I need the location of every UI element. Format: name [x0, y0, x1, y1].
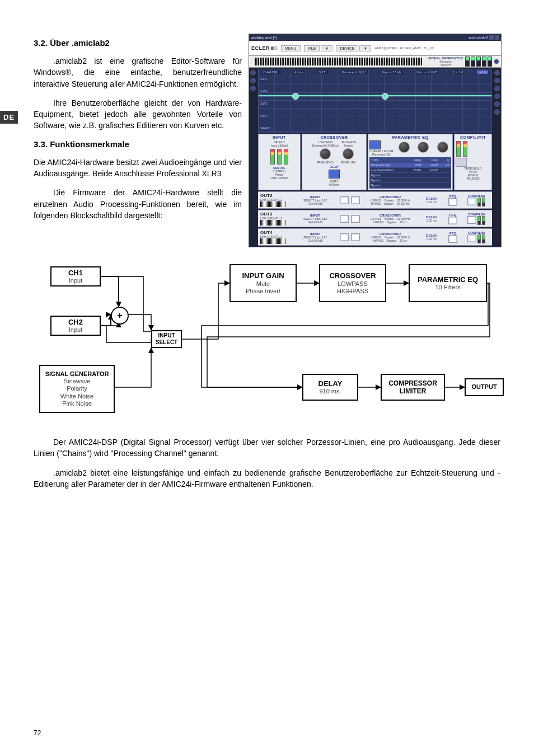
- input-meter: [284, 149, 288, 165]
- paragraph-3: Die AMIC24i-Hardware besitzt zwei Audioe…: [34, 157, 242, 180]
- toolbar-file[interactable]: FILE: [304, 45, 320, 51]
- out-input-gain[interactable]: GAIN 0.0dB: [308, 202, 323, 205]
- graph-filter: Parametric EQ 1: [341, 71, 368, 74]
- box-signalgen: SIGNAL GENERATOR Sinewave Polarity White…: [39, 365, 115, 413]
- side-dot[interactable]: [494, 109, 500, 115]
- delay-value: 0.00 ms: [303, 183, 365, 186]
- heading-3-2: 3.2. Über .amiclab2: [34, 38, 242, 48]
- graph-edit-badge[interactable]: +6.0: [477, 71, 488, 74]
- out-mute-button[interactable]: [340, 233, 349, 241]
- graph-channel-label: CHANNEL: [262, 71, 280, 74]
- side-dot[interactable]: [494, 86, 500, 91]
- toolbar-device[interactable]: DEVICE: [336, 45, 358, 51]
- toolbar-logo: ECLER: [251, 45, 270, 51]
- side-dot[interactable]: [494, 101, 500, 107]
- out-name: OUT4: [260, 230, 284, 235]
- panel-complim-title: COMP/LIMIT: [456, 135, 490, 139]
- out-cl-button[interactable]: [467, 216, 476, 224]
- paragraph-6: .amiclab2 bietet eine leistungsfähige un…: [34, 467, 500, 490]
- out-mute-button[interactable]: [340, 215, 349, 223]
- cl-meter: [463, 141, 467, 157]
- out-strip[interactable]: OUT4 LINK GROUP 1 2 INPUT SELECT Input 1…: [258, 228, 492, 246]
- panel-crossover: CROSSOVER LOW-PASS Butterworth 24dB/oct …: [302, 134, 367, 190]
- peq-current-filter[interactable]: [369, 140, 381, 149]
- out-cl-meter: [477, 216, 481, 225]
- side-dot[interactable]: [250, 78, 256, 83]
- input-select-value[interactable]: Input 1&2add: [260, 144, 299, 147]
- box-crossover: CROSSOVER LOWPASS HIGHPASS: [319, 264, 386, 302]
- out-delay-val[interactable]: 0.00 ms: [427, 219, 437, 222]
- panel-crossover-title: CROSSOVER: [303, 135, 365, 139]
- xover-bypass[interactable]: Bypass: [341, 144, 356, 147]
- graph-freq: Freq = 76 Hz: [381, 71, 402, 74]
- box-complimiter: COMPRESSOR LIMITER: [381, 374, 445, 401]
- peq-freq-knob[interactable]: [399, 142, 410, 153]
- language-tab: DE: [0, 111, 18, 124]
- peq-gain-knob[interactable]: [418, 142, 429, 153]
- amiclab2-screenshot: working.ami (*) .amiclab2 ECLER ▮▯▯ MENU…: [249, 34, 502, 247]
- out-peq-button[interactable]: [448, 198, 457, 206]
- block-diagram: CH1 Input CH2 Input + SIGNAL GENERATOR S…: [34, 259, 500, 426]
- panel-peq-title: PARAMETRIC EQ: [369, 135, 451, 139]
- titlebar-brand: .amiclab2: [468, 35, 488, 40]
- out-cl-meter: [482, 198, 485, 206]
- box-ch2: CH2 Input: [50, 316, 101, 336]
- box-ch1: CH1 Input: [50, 266, 101, 287]
- heading-3-3: 3.3. Funktionsmerkmale: [34, 139, 242, 149]
- box-output: OUTPUT: [465, 378, 504, 396]
- toolbar-network: AMIC@WORK · ECLER_AMIC · XL_22: [371, 46, 499, 50]
- eq-handle[interactable]: [382, 93, 388, 100]
- out-phase-button[interactable]: [351, 196, 360, 204]
- siggen-display: [255, 58, 423, 65]
- side-dot[interactable]: [250, 86, 256, 91]
- out-cl-meter: [477, 198, 481, 206]
- out-input-gain[interactable]: GAIN 0.0dB: [308, 220, 323, 224]
- xover-high-knob[interactable]: [343, 148, 354, 159]
- xover-edgelink[interactable]: EDGE LINK: [341, 161, 356, 164]
- graph-gain: Gain = -0.6dB: [415, 71, 438, 74]
- out-delay-val[interactable]: 0.00 ms: [427, 237, 437, 241]
- out-hipass: HIPASS: [373, 220, 383, 224]
- paragraph-5: Der AMIC24i-DSP (Digital Signal Processo…: [34, 436, 500, 459]
- titlebar-min-icon[interactable]: [489, 35, 494, 40]
- peq-q-knob[interactable]: [437, 142, 448, 153]
- power-icon[interactable]: [494, 59, 499, 64]
- out-cl-button[interactable]: [467, 234, 476, 242]
- out-name: OUT2: [260, 193, 284, 198]
- xover-type-val[interactable]: Butterworth 24dB/oct: [312, 144, 339, 147]
- out-peq-button[interactable]: [448, 235, 457, 243]
- out-phase-button[interactable]: [351, 233, 360, 241]
- delay-display[interactable]: [329, 170, 340, 179]
- cl-release: RELEASE: [456, 177, 490, 180]
- box-inputselect: INPUT SELECT: [151, 330, 182, 348]
- out-input-gain[interactable]: GAIN 0.0dB: [308, 239, 323, 242]
- panel-input: INPUT SELECT Input 1&2add REMOTE CONTROL: [258, 134, 301, 190]
- side-dot[interactable]: [250, 70, 256, 76]
- out-cl-button[interactable]: [467, 198, 476, 205]
- toolbar-menu[interactable]: MENU: [281, 45, 301, 51]
- eq-handle[interactable]: [292, 93, 299, 100]
- titlebar-close-icon[interactable]: [495, 35, 499, 40]
- cl-display[interactable]: [456, 158, 467, 167]
- xover-freq-label: FREQUENCY: [312, 161, 339, 164]
- cl-meter: [456, 141, 461, 157]
- out-hipass-freq: 20 000 Hz: [397, 202, 410, 205]
- side-dot[interactable]: [494, 78, 500, 83]
- eq-graph[interactable]: CHANNEL Active OUT1 Parametric EQ 1 Freq…: [258, 69, 492, 133]
- out-mute-button[interactable]: [340, 196, 349, 204]
- side-dot[interactable]: [494, 93, 500, 99]
- out-peq-button[interactable]: [448, 217, 457, 224]
- out-delay-val[interactable]: 0.00 ms: [427, 200, 437, 204]
- side-dot[interactable]: [494, 70, 500, 76]
- out-strip[interactable]: OUT2 LINK GROUP 1 2 INPUT SELECT Input 1…: [258, 191, 492, 209]
- xover-low-knob[interactable]: [320, 148, 331, 159]
- input-meter: [270, 149, 275, 165]
- peq-type-val[interactable]: Parametric EQ: [369, 153, 394, 156]
- out-phase-button[interactable]: [351, 215, 360, 223]
- out-name: OUT3: [260, 212, 284, 217]
- peq-filter-table[interactable]: TYPE FREQ GAIN Q Parametric EQ 76Hz -0.6…: [369, 157, 451, 189]
- siggen-meters: [465, 57, 492, 67]
- out-strip[interactable]: OUT3 LINK GROUP 1 2 INPUT SELECT Input 1…: [258, 210, 492, 227]
- paragraph-4: Die Firmware der AMIC24i-Hardware stellt…: [34, 187, 242, 221]
- input-linkgroup[interactable]: LINK GROUP: [260, 176, 299, 180]
